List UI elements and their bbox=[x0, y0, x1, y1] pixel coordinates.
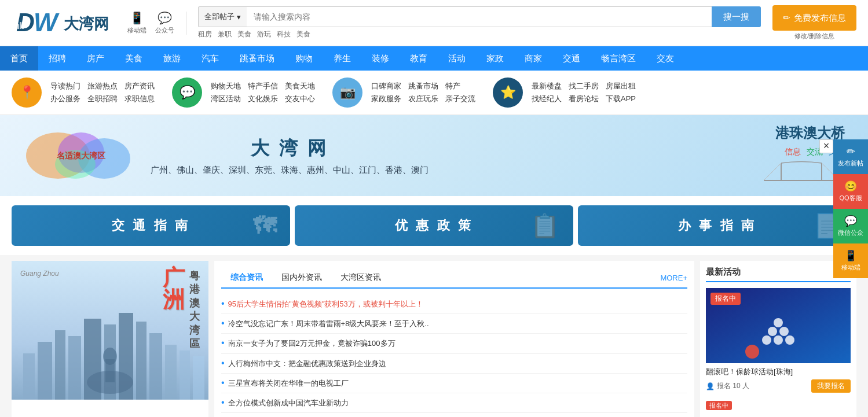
cat-link-social[interactable]: 交友中心 bbox=[285, 94, 315, 104]
publish-button[interactable]: ✏ 免费发布信息 bbox=[772, 5, 856, 31]
search-tag-4[interactable]: 游玩 bbox=[257, 29, 271, 39]
search-row: 全部帖子 ▾ 搜一搜 bbox=[198, 6, 761, 27]
search-tags: 租房 兼职 美食 游玩 科技 美食 bbox=[198, 29, 761, 39]
cat-link-rent[interactable]: 房屋出租 bbox=[606, 81, 636, 91]
news-item-1: 95后大学生情侣拍"黄色视频"获利53万，或被判十年以上！ bbox=[221, 294, 687, 314]
cat-link-flea-market[interactable]: 跳蚤市场 bbox=[408, 81, 438, 91]
nav-item-jobs[interactable]: 招聘 bbox=[38, 46, 76, 71]
float-sidebar-close[interactable]: × bbox=[819, 139, 833, 153]
news-link-3[interactable]: 南京一女子为了要回2万元押金，竟被诈骗100多万 bbox=[228, 338, 395, 349]
cat-link-office[interactable]: 办公服务 bbox=[50, 94, 80, 104]
quick-btn-service[interactable]: 办 事 指 南 📄 bbox=[578, 205, 856, 246]
cat-link-shopping[interactable]: 购物天地 bbox=[211, 81, 241, 91]
cat-link-specialties[interactable]: 特产手信 bbox=[248, 81, 278, 91]
nav-item-homeservice[interactable]: 家政 bbox=[476, 46, 514, 71]
cat-link-culture[interactable]: 文化娱乐 bbox=[248, 94, 278, 104]
search-area: 全部帖子 ▾ 搜一搜 租房 兼职 美食 游玩 科技 美食 bbox=[198, 6, 761, 39]
nav-item-education[interactable]: 教育 bbox=[400, 46, 438, 71]
cat-link-farm[interactable]: 农庄玩乐 bbox=[408, 94, 438, 104]
cat-icon-camera[interactable]: 📷 bbox=[332, 78, 362, 108]
cat-link-bay-activities[interactable]: 湾区活动 bbox=[211, 94, 241, 104]
news-item-2: 冷空气没忘记广东！周末带着雷雨+8级大风要来！至于入秋.. bbox=[221, 314, 687, 334]
qq-icon: 😊 bbox=[844, 180, 857, 193]
quick-btn-policy[interactable]: 优 惠 政 策 📋 bbox=[295, 205, 573, 246]
news-tab-comprehensive[interactable]: 综合资讯 bbox=[221, 268, 272, 289]
news-tab-international[interactable]: 国内外资讯 bbox=[272, 268, 331, 287]
cat-link-merchant-review[interactable]: 口碑商家 bbox=[371, 81, 401, 91]
cat-link-download-app[interactable]: 下载APP bbox=[606, 94, 636, 104]
search-button[interactable]: 搜一搜 bbox=[712, 6, 761, 27]
cat-links-2: 购物天地 特产手信 美食天地 湾区活动 文化娱乐 交友中心 bbox=[211, 81, 315, 104]
news-more-link[interactable]: MORE+ bbox=[660, 274, 687, 282]
nav-item-activities[interactable]: 活动 bbox=[438, 46, 476, 71]
nav-item-shopping[interactable]: 购物 bbox=[285, 46, 323, 71]
nav-item-traffic[interactable]: 交通 bbox=[552, 46, 591, 71]
float-item-mobile[interactable]: 📱 移动端 bbox=[833, 243, 868, 278]
search-tag-3[interactable]: 美食 bbox=[237, 29, 251, 39]
cat-icon-chat[interactable]: 💬 bbox=[172, 78, 202, 108]
cat-icon-location[interactable]: 📍 bbox=[12, 78, 42, 108]
edit-icon: ✏ bbox=[783, 13, 790, 23]
float-item-wechat[interactable]: 💬 微信公众 bbox=[833, 209, 868, 243]
publish-section: ✏ 免费发布信息 修改/删除信息 bbox=[772, 5, 856, 40]
float-item-qq[interactable]: 😊 QQ客服 bbox=[833, 174, 868, 209]
cat-link-travel-hot[interactable]: 旅游热点 bbox=[87, 81, 118, 91]
nav-item-property[interactable]: 房产 bbox=[76, 46, 115, 71]
cat-link-secondhand[interactable]: 找二手房 bbox=[569, 81, 599, 91]
nav-item-health[interactable]: 养生 bbox=[323, 46, 361, 71]
cat-link-home-service[interactable]: 家政服务 bbox=[371, 94, 401, 104]
quick-btn-traffic[interactable]: 交 通 指 南 🗺 bbox=[12, 205, 290, 246]
search-tag-2[interactable]: 兼职 bbox=[218, 29, 232, 39]
logo: D W 大湾网 bbox=[12, 7, 116, 39]
news-item-4: 人行梅州市中支：把金融优惠政策送到企业身边 bbox=[221, 354, 687, 374]
float-item-publish[interactable]: ✏ 发布新帖 bbox=[833, 139, 868, 174]
nav-item-merchant[interactable]: 商家 bbox=[514, 46, 552, 71]
wechat-label: 公众号 bbox=[155, 26, 174, 35]
search-tag-6[interactable]: 美食 bbox=[296, 29, 310, 39]
search-category-dropdown[interactable]: 全部帖子 ▾ bbox=[198, 6, 247, 27]
svg-rect-20 bbox=[68, 336, 81, 400]
nav-item-renovation[interactable]: 装修 bbox=[361, 46, 400, 71]
cat-link-property-forum[interactable]: 看房论坛 bbox=[569, 94, 599, 104]
cat-link-hot[interactable]: 导读热门 bbox=[50, 81, 80, 91]
city-name-en: Guang Zhou bbox=[20, 270, 59, 278]
nav-item-car[interactable]: 汽车 bbox=[191, 46, 229, 71]
cat-link-property-news[interactable]: 房产资讯 bbox=[124, 81, 155, 91]
news-link-5[interactable]: 三星宣布将关闭在华唯一的电视工厂 bbox=[228, 378, 349, 389]
news-item-6: 全方位模式创新成中国汽车业新动力 bbox=[221, 393, 687, 413]
news-link-2[interactable]: 冷空气没忘记广东！周末带着雷雨+8级大风要来！至于入秋.. bbox=[228, 319, 429, 329]
modify-link[interactable]: 修改/删除信息 bbox=[794, 32, 834, 40]
activity-signup-button[interactable]: 我要报名 bbox=[811, 379, 851, 393]
nav-item-bayarea[interactable]: 畅言湾区 bbox=[591, 46, 646, 71]
wechat-icon-item[interactable]: 💬 公众号 bbox=[155, 11, 174, 35]
cat-icon-star[interactable]: ⭐ bbox=[493, 78, 523, 108]
activity-image: 报名中 bbox=[706, 288, 851, 363]
search-input[interactable] bbox=[247, 6, 712, 27]
svg-text:大湾网: 大湾网 bbox=[63, 15, 109, 32]
nav-item-market[interactable]: 跳蚤市场 bbox=[229, 46, 285, 71]
news-link-1[interactable]: 95后大学生情侣拍"黄色视频"获利53万，或被判十年以上！ bbox=[228, 299, 423, 309]
news-item-3: 南京一女子为了要回2万元押金，竟被诈骗100多万 bbox=[221, 334, 687, 353]
mobile-icon-item[interactable]: 📱 移动端 bbox=[127, 11, 147, 35]
banner: 名适澳大湾区 大 湾 网 广州、佛山、肇庆、深圳、东莞、珠海、惠州、中山、江门、… bbox=[0, 115, 868, 196]
cat-link-special-products[interactable]: 特产 bbox=[445, 81, 460, 91]
category-row: 📍 导读热门 旅游热点 房产资讯 办公服务 全职招聘 求职信息 💬 购物天地 特… bbox=[0, 71, 868, 115]
cat-link-family[interactable]: 亲子交流 bbox=[445, 94, 475, 104]
search-tag-5[interactable]: 科技 bbox=[277, 29, 291, 39]
nav-item-food[interactable]: 美食 bbox=[115, 46, 153, 71]
cat-link-new-estate[interactable]: 最新楼盘 bbox=[532, 81, 562, 91]
cat-link-food-world[interactable]: 美食天地 bbox=[285, 81, 315, 91]
cat-link-jobsearch[interactable]: 求职信息 bbox=[124, 94, 155, 104]
cat-link-agent[interactable]: 找经纪人 bbox=[532, 94, 562, 104]
banner-tag-info[interactable]: 信息 bbox=[785, 147, 801, 157]
search-tag-1[interactable]: 租房 bbox=[198, 29, 212, 39]
news-tab-bayarea[interactable]: 大湾区资讯 bbox=[331, 268, 390, 287]
cat-link-fulltime[interactable]: 全职招聘 bbox=[87, 94, 118, 104]
news-link-4[interactable]: 人行梅州市中支：把金融优惠政策送到企业身边 bbox=[228, 359, 386, 369]
nav-item-home[interactable]: 首页 bbox=[0, 46, 38, 71]
cat-block-1: 📍 导读热门 旅游热点 房产资讯 办公服务 全职招聘 求职信息 bbox=[12, 78, 155, 108]
nav-item-social[interactable]: 交友 bbox=[646, 46, 684, 71]
nav-item-travel[interactable]: 旅游 bbox=[153, 46, 191, 71]
news-link-6[interactable]: 全方位模式创新成中国汽车业新动力 bbox=[228, 398, 349, 408]
person-icon: 👤 bbox=[706, 382, 715, 390]
